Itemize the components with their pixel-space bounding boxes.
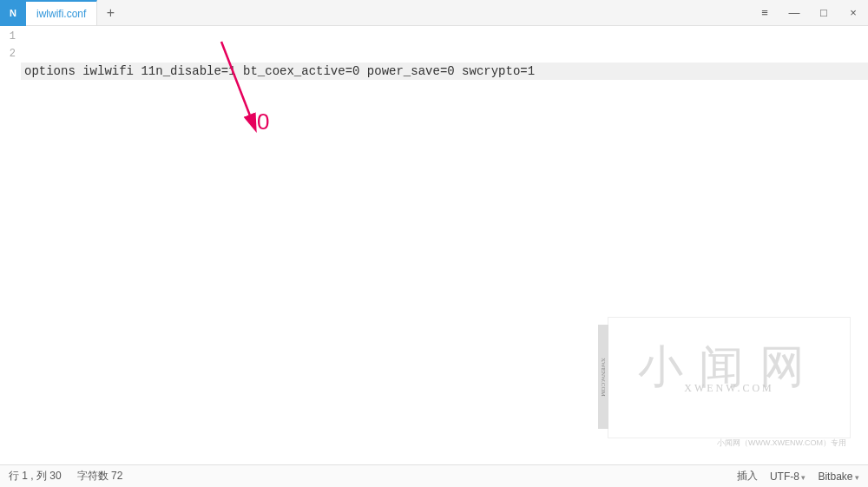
line-number-gutter: 1 2	[0, 26, 21, 464]
watermark-text: 小闻网	[638, 359, 820, 376]
new-tab-button[interactable]: +	[97, 0, 123, 25]
line-number: 2	[0, 45, 21, 63]
maximize-icon: □	[820, 6, 827, 19]
window-controls: ≡ — □ ×	[750, 0, 868, 26]
code-line[interactable]	[21, 115, 868, 132]
tab-label: iwlwifi.conf	[36, 8, 86, 20]
hamburger-icon: ≡	[761, 6, 768, 19]
minimize-button[interactable]: —	[779, 0, 809, 26]
status-char-count[interactable]: 字符数 72	[77, 469, 123, 484]
code-line[interactable]: options iwlwifi 11n_disable=1 bt_coex_ac…	[21, 63, 868, 80]
status-language-selector[interactable]: Bitbake	[818, 471, 859, 483]
code-content[interactable]: options iwlwifi 11n_disable=1 bt_coex_ac…	[21, 26, 868, 464]
status-insert-mode[interactable]: 插入	[737, 469, 758, 484]
tab-file[interactable]: iwlwifi.conf	[26, 0, 97, 25]
status-cursor-pos[interactable]: 行 1 , 列 30	[9, 469, 62, 484]
tab-strip: iwlwifi.conf +	[26, 0, 123, 25]
watermark-side-tab: XWENW.COM	[598, 325, 608, 429]
watermark-tagline: 小闻网（WWW.XWENW.COM）专用	[717, 434, 846, 451]
watermark-url: XWENW.COM	[684, 379, 774, 397]
title-bar: N iwlwifi.conf + ≡ — □ ×	[0, 0, 868, 26]
status-encoding-selector[interactable]: UTF-8	[770, 471, 806, 483]
maximize-button[interactable]: □	[809, 0, 838, 26]
status-bar: 行 1 , 列 30 字符数 72 插入 UTF-8 Bitbake	[0, 464, 868, 487]
editor-area[interactable]: 1 2 options iwlwifi 11n_disable=1 bt_coe…	[0, 26, 868, 464]
line-number: 1	[0, 28, 21, 45]
plus-icon: +	[107, 5, 115, 21]
hamburger-menu-button[interactable]: ≡	[750, 0, 779, 26]
app-icon: N	[0, 0, 26, 26]
minimize-icon: —	[789, 6, 800, 19]
watermark: XWENW.COM 小闻网 XWENW.COM 小闻网（WWW.XWENW.CO…	[608, 317, 851, 438]
close-button[interactable]: ×	[838, 0, 868, 26]
app-icon-letter: N	[10, 8, 16, 18]
close-icon: ×	[850, 6, 857, 19]
